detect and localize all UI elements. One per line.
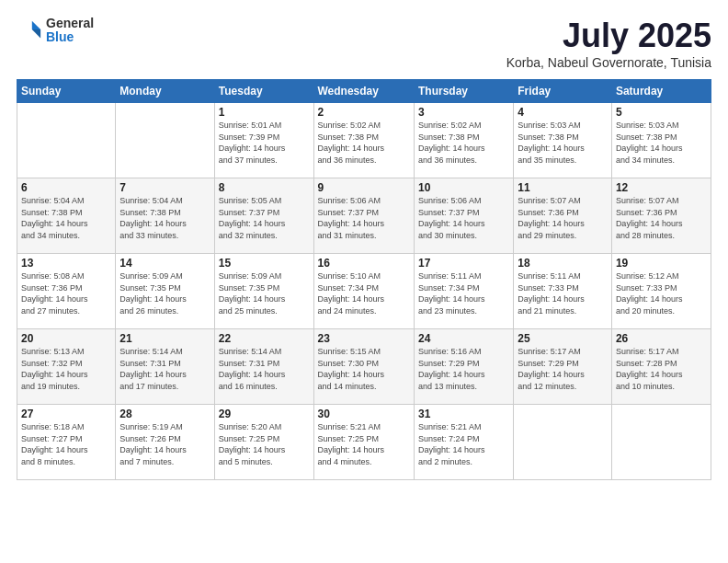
table-row: 21Sunrise: 5:14 AM Sunset: 7:31 PM Dayli… <box>116 329 214 405</box>
table-row <box>611 405 711 480</box>
calendar-header-row: Sunday Monday Tuesday Wednesday Thursday… <box>17 80 711 103</box>
col-thursday: Thursday <box>414 80 513 103</box>
day-info: Sunrise: 5:11 AM Sunset: 7:33 PM Dayligh… <box>518 270 608 316</box>
day-info: Sunrise: 5:20 AM Sunset: 7:25 PM Dayligh… <box>219 421 310 467</box>
day-info: Sunrise: 5:06 AM Sunset: 7:37 PM Dayligh… <box>318 195 410 241</box>
day-info: Sunrise: 5:14 AM Sunset: 7:31 PM Dayligh… <box>219 346 310 392</box>
calendar-week-3: 13Sunrise: 5:08 AM Sunset: 7:36 PM Dayli… <box>17 254 711 329</box>
day-number: 15 <box>219 257 310 270</box>
table-row: 17Sunrise: 5:11 AM Sunset: 7:34 PM Dayli… <box>414 254 513 329</box>
day-info: Sunrise: 5:03 AM Sunset: 7:38 PM Dayligh… <box>616 120 707 166</box>
day-info: Sunrise: 5:13 AM Sunset: 7:32 PM Dayligh… <box>21 346 111 392</box>
col-tuesday: Tuesday <box>214 80 313 103</box>
day-info: Sunrise: 5:16 AM Sunset: 7:29 PM Dayligh… <box>418 346 509 392</box>
calendar-week-4: 20Sunrise: 5:13 AM Sunset: 7:32 PM Dayli… <box>17 329 711 405</box>
day-number: 2 <box>318 106 410 119</box>
day-number: 10 <box>418 181 509 194</box>
day-info: Sunrise: 5:03 AM Sunset: 7:38 PM Dayligh… <box>518 120 608 166</box>
month-year-title: July 2025 <box>506 17 711 55</box>
day-number: 14 <box>119 257 210 270</box>
day-info: Sunrise: 5:09 AM Sunset: 7:35 PM Dayligh… <box>219 270 310 316</box>
day-number: 24 <box>418 332 509 345</box>
table-row: 15Sunrise: 5:09 AM Sunset: 7:35 PM Dayli… <box>214 254 313 329</box>
day-number: 6 <box>21 181 111 194</box>
header: General Blue July 2025 Korba, Nabeul Gov… <box>17 17 711 70</box>
table-row: 18Sunrise: 5:11 AM Sunset: 7:33 PM Dayli… <box>514 254 612 329</box>
day-info: Sunrise: 5:21 AM Sunset: 7:24 PM Dayligh… <box>418 421 509 467</box>
day-info: Sunrise: 5:14 AM Sunset: 7:31 PM Dayligh… <box>119 346 210 392</box>
day-info: Sunrise: 5:04 AM Sunset: 7:38 PM Dayligh… <box>21 195 111 241</box>
table-row: 29Sunrise: 5:20 AM Sunset: 7:25 PM Dayli… <box>214 405 313 480</box>
day-info: Sunrise: 5:07 AM Sunset: 7:36 PM Dayligh… <box>616 195 707 241</box>
day-info: Sunrise: 5:06 AM Sunset: 7:37 PM Dayligh… <box>418 195 509 241</box>
table-row: 5Sunrise: 5:03 AM Sunset: 7:38 PM Daylig… <box>611 103 711 178</box>
table-row: 2Sunrise: 5:02 AM Sunset: 7:38 PM Daylig… <box>313 103 414 178</box>
table-row: 28Sunrise: 5:19 AM Sunset: 7:26 PM Dayli… <box>116 405 214 480</box>
title-section: July 2025 Korba, Nabeul Governorate, Tun… <box>506 17 711 70</box>
day-info: Sunrise: 5:04 AM Sunset: 7:38 PM Dayligh… <box>119 195 210 241</box>
table-row: 26Sunrise: 5:17 AM Sunset: 7:28 PM Dayli… <box>611 329 711 405</box>
table-row: 30Sunrise: 5:21 AM Sunset: 7:25 PM Dayli… <box>313 405 414 480</box>
table-row: 19Sunrise: 5:12 AM Sunset: 7:33 PM Dayli… <box>611 254 711 329</box>
calendar-table: Sunday Monday Tuesday Wednesday Thursday… <box>17 79 711 480</box>
day-number: 27 <box>21 408 111 420</box>
day-number: 21 <box>119 332 210 345</box>
day-info: Sunrise: 5:07 AM Sunset: 7:36 PM Dayligh… <box>518 195 608 241</box>
day-number: 12 <box>616 181 707 194</box>
day-info: Sunrise: 5:08 AM Sunset: 7:36 PM Dayligh… <box>21 270 111 316</box>
table-row: 11Sunrise: 5:07 AM Sunset: 7:36 PM Dayli… <box>514 178 612 254</box>
day-info: Sunrise: 5:02 AM Sunset: 7:38 PM Dayligh… <box>318 120 410 166</box>
col-sunday: Sunday <box>17 80 116 103</box>
table-row <box>116 103 214 178</box>
day-info: Sunrise: 5:05 AM Sunset: 7:37 PM Dayligh… <box>219 195 310 241</box>
day-info: Sunrise: 5:15 AM Sunset: 7:30 PM Dayligh… <box>318 346 410 392</box>
page: General Blue July 2025 Korba, Nabeul Gov… <box>0 0 728 563</box>
location-label: Korba, Nabeul Governorate, Tunisia <box>506 55 711 70</box>
table-row: 16Sunrise: 5:10 AM Sunset: 7:34 PM Dayli… <box>313 254 414 329</box>
table-row: 27Sunrise: 5:18 AM Sunset: 7:27 PM Dayli… <box>17 405 116 480</box>
table-row: 7Sunrise: 5:04 AM Sunset: 7:38 PM Daylig… <box>116 178 214 254</box>
day-number: 20 <box>21 332 111 345</box>
logo: General Blue <box>17 17 94 45</box>
day-info: Sunrise: 5:09 AM Sunset: 7:35 PM Dayligh… <box>119 270 210 316</box>
col-saturday: Saturday <box>611 80 711 103</box>
day-number: 17 <box>418 257 509 270</box>
svg-marker-1 <box>32 29 40 38</box>
table-row: 14Sunrise: 5:09 AM Sunset: 7:35 PM Dayli… <box>116 254 214 329</box>
day-number: 29 <box>219 408 310 420</box>
day-info: Sunrise: 5:01 AM Sunset: 7:39 PM Dayligh… <box>219 120 310 166</box>
table-row: 24Sunrise: 5:16 AM Sunset: 7:29 PM Dayli… <box>414 329 513 405</box>
table-row: 23Sunrise: 5:15 AM Sunset: 7:30 PM Dayli… <box>313 329 414 405</box>
logo-text: General Blue <box>46 17 94 45</box>
day-number: 9 <box>318 181 410 194</box>
day-number: 8 <box>219 181 310 194</box>
day-number: 7 <box>119 181 210 194</box>
day-info: Sunrise: 5:21 AM Sunset: 7:25 PM Dayligh… <box>318 421 410 467</box>
calendar-week-2: 6Sunrise: 5:04 AM Sunset: 7:38 PM Daylig… <box>17 178 711 254</box>
calendar-week-1: 1Sunrise: 5:01 AM Sunset: 7:39 PM Daylig… <box>17 103 711 178</box>
calendar-week-5: 27Sunrise: 5:18 AM Sunset: 7:27 PM Dayli… <box>17 405 711 480</box>
table-row: 9Sunrise: 5:06 AM Sunset: 7:37 PM Daylig… <box>313 178 414 254</box>
day-number: 4 <box>518 106 608 119</box>
table-row: 8Sunrise: 5:05 AM Sunset: 7:37 PM Daylig… <box>214 178 313 254</box>
table-row: 12Sunrise: 5:07 AM Sunset: 7:36 PM Dayli… <box>611 178 711 254</box>
day-number: 13 <box>21 257 111 270</box>
day-number: 5 <box>616 106 707 119</box>
table-row: 22Sunrise: 5:14 AM Sunset: 7:31 PM Dayli… <box>214 329 313 405</box>
day-number: 30 <box>318 408 410 420</box>
table-row: 20Sunrise: 5:13 AM Sunset: 7:32 PM Dayli… <box>17 329 116 405</box>
day-number: 25 <box>518 332 608 345</box>
day-info: Sunrise: 5:17 AM Sunset: 7:29 PM Dayligh… <box>518 346 608 392</box>
day-info: Sunrise: 5:19 AM Sunset: 7:26 PM Dayligh… <box>119 421 210 467</box>
day-number: 3 <box>418 106 509 119</box>
col-friday: Friday <box>514 80 612 103</box>
col-wednesday: Wednesday <box>313 80 414 103</box>
day-info: Sunrise: 5:02 AM Sunset: 7:38 PM Dayligh… <box>418 120 509 166</box>
table-row: 3Sunrise: 5:02 AM Sunset: 7:38 PM Daylig… <box>414 103 513 178</box>
day-number: 16 <box>318 257 410 270</box>
table-row: 6Sunrise: 5:04 AM Sunset: 7:38 PM Daylig… <box>17 178 116 254</box>
col-monday: Monday <box>116 80 214 103</box>
table-row <box>514 405 612 480</box>
day-number: 31 <box>418 408 509 420</box>
day-info: Sunrise: 5:12 AM Sunset: 7:33 PM Dayligh… <box>616 270 707 316</box>
